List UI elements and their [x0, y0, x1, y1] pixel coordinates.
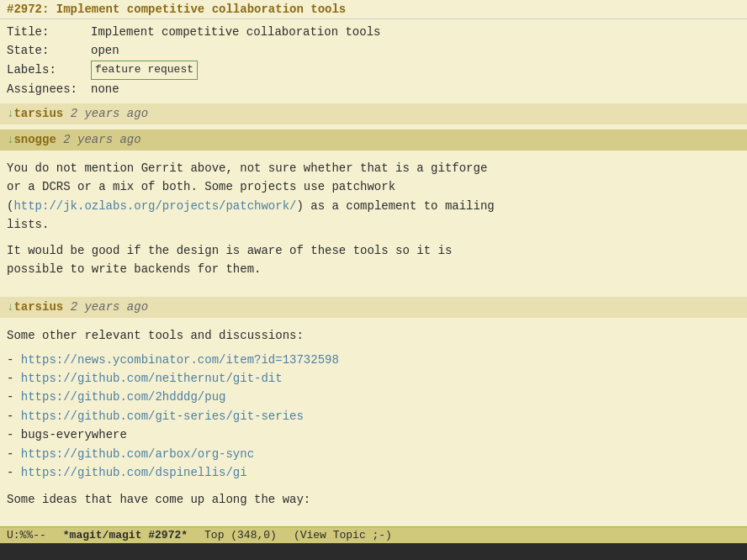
link-git-series[interactable]: https://github.com/git-series/git-series [21, 409, 304, 423]
link-org-sync[interactable]: https://github.com/arbox/org-sync [21, 447, 254, 461]
snogge-line-5: It would be good if the design is aware … [7, 241, 740, 260]
comment-author-1: tarsius [13, 107, 63, 120]
title-row: Title: Implement competitive collaborati… [7, 23, 740, 41]
content-area[interactable]: Title: Implement competitive collaborati… [0, 19, 747, 526]
tarsius2-outro: Some ideas that have come up along the w… [7, 490, 740, 509]
snogge-line-1: You do not mention Gerrit above, not sur… [7, 159, 740, 177]
snogge-spacer [7, 235, 740, 241]
list-item-4: - https://github.com/git-series/git-seri… [7, 407, 740, 425]
snogge-line-2: or a DCRS or a mix of both. Some project… [7, 177, 740, 196]
title-bar: #2972: Implement competitive collaborati… [0, 0, 747, 19]
comment-author-2: snogge [13, 133, 56, 146]
state-row: State: open [7, 41, 740, 60]
bugs-everywhere-text: bugs-everywhere [21, 428, 127, 441]
link-gi[interactable]: https://github.com/dspinellis/gi [21, 466, 247, 479]
comment-time-3: 2 years ago [71, 300, 148, 314]
link-pug[interactable]: https://github.com/2hdddg/pug [21, 390, 226, 404]
status-mode: U:%%-- [7, 529, 46, 542]
list-item-1: - https://news.ycombinator.com/item?id=1… [7, 351, 740, 369]
list-item-7: - https://github.com/dspinellis/gi [7, 463, 740, 482]
minibuffer [0, 543, 747, 560]
comment-author-3: tarsius [13, 300, 63, 314]
comment-header-3[interactable]: ↓tarsius 2 years ago [0, 297, 747, 318]
comment-time-1: 2 years ago [71, 107, 148, 120]
status-extra: (View Topic ;-) [294, 529, 392, 542]
spacer-between-comments [7, 282, 740, 292]
editor-window: #2972: Implement competitive collaborati… [0, 0, 747, 560]
status-bar: U:%%-- *magit/magit #2972* Top (348,0) (… [0, 526, 747, 543]
link-hn[interactable]: https://news.ycombinator.com/item?id=137… [21, 353, 339, 367]
state-value: open [91, 41, 119, 60]
title-value: Implement competitive collaboration tool… [91, 23, 380, 41]
assignees-value: none [91, 80, 119, 98]
list-item-3: - https://github.com/2hdddg/pug [7, 388, 740, 406]
labels-row: Labels: feature request [7, 61, 740, 80]
snogge-line-6: possible to write backends for them. [7, 260, 740, 278]
comment-body-3: Some other relevant tools and discussion… [7, 323, 740, 513]
link-git-dit[interactable]: https://github.com/neithernut/git-dit [21, 372, 283, 385]
snogge-line-3: (http://jk.ozlabs.org/projects/patchwork… [7, 197, 740, 215]
comment-body-2: You do not mention Gerrit above, not sur… [7, 156, 740, 282]
labels-label: Labels: [7, 61, 91, 80]
status-filename: *magit/magit #2972* [63, 529, 188, 542]
comment-header-2[interactable]: ↓snogge 2 years ago [0, 129, 747, 151]
comment-time-2: 2 years ago [63, 133, 140, 146]
tarsius2-intro: Some other relevant tools and discussion… [7, 326, 740, 345]
list-item-6: - https://github.com/arbox/org-sync [7, 445, 740, 463]
patchwork-link[interactable]: http://jk.ozlabs.org/projects/patchwork/ [13, 199, 296, 213]
title-label: Title: [7, 23, 91, 41]
list-item-5: - bugs-everywhere [7, 425, 740, 444]
issue-metadata: Title: Implement competitive collaborati… [7, 23, 740, 98]
issue-title: #2972: Implement competitive collaborati… [7, 3, 346, 16]
state-label: State: [7, 41, 91, 60]
assignees-label: Assignees: [7, 80, 91, 98]
snogge-line-4: lists. [7, 215, 740, 234]
comment-header-1[interactable]: ↓tarsius 2 years ago [0, 103, 747, 124]
list-item-2: - https://github.com/neithernut/git-dit [7, 369, 740, 388]
status-position: Top (348,0) [204, 529, 277, 542]
label-badge: feature request [91, 61, 198, 80]
assignees-row: Assignees: none [7, 80, 740, 98]
